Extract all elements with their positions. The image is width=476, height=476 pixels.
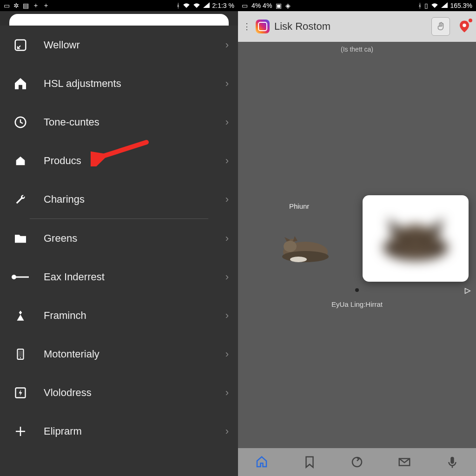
instagram-icon[interactable]: [256, 20, 270, 33]
svg-rect-5: [19, 350, 23, 357]
pager-next-button[interactable]: ▷: [465, 286, 470, 295]
plus-icon: [10, 421, 31, 442]
status-bar-left: ▭ ✲ ▤ ＋ ＋ ᚼ 2:1:3 %: [0, 0, 238, 11]
wrench-icon: [10, 189, 31, 210]
svg-point-8: [463, 24, 466, 27]
battery-percent: 2:1:3 %: [212, 2, 234, 9]
content-area: (Is thett ca) Phiunr: [238, 42, 476, 448]
status-bar-right: ▭ 4% 4% ▣ ◈ ᚼ ▯ 165.3%: [238, 0, 476, 11]
search-bar-peek: [9, 14, 229, 27]
menu-item-producs[interactable]: Producs ›: [0, 141, 238, 180]
pin-badge: [468, 18, 473, 23]
svg-rect-19: [450, 457, 454, 464]
wifi-icon: [183, 2, 190, 9]
menu-item-hsl[interactable]: HSL adjustments ›: [0, 64, 238, 103]
clock-icon: [10, 112, 31, 132]
bluetooth-icon: ᚼ: [418, 2, 422, 9]
frame-icon: [10, 35, 31, 55]
save-icon: ▭: [242, 2, 248, 9]
bolt-box-icon: [10, 383, 31, 403]
status-right-cluster: ᚼ ▯ 165.3%: [418, 2, 472, 9]
menu-label: Charings: [44, 193, 225, 205]
menu-item-wellowr[interactable]: Wellowr ›: [0, 26, 238, 64]
svg-point-16: [420, 237, 428, 243]
slider-icon: [10, 267, 31, 287]
status-left-icons: ▭ ✲ ▤ ＋ ＋: [4, 1, 49, 10]
wifi-icon: [431, 2, 438, 9]
phone-icon: [10, 344, 31, 364]
menu-item-greens[interactable]: Greens ›: [0, 219, 238, 258]
chevron-right-icon: ›: [225, 232, 229, 245]
vibrate-icon: ▯: [424, 2, 428, 9]
small-caption: Phiunr: [289, 202, 309, 210]
cat-small-image: [266, 223, 331, 265]
caption-text: EyUa Ling:Hirrat: [238, 300, 476, 308]
hand-button[interactable]: [431, 17, 450, 36]
menu-label: Eliprarm: [44, 425, 225, 437]
nav-bookmark-button[interactable]: [300, 453, 319, 471]
nav-home-button[interactable]: [252, 453, 271, 471]
blurred-cat-image: [378, 213, 453, 264]
menu-item-charings[interactable]: Charings ›: [0, 180, 238, 218]
menu-dots-icon[interactable]: ⋮: [243, 21, 251, 32]
chevron-right-icon: ›: [225, 310, 229, 322]
menu-item-tone[interactable]: Tone-cuntes ›: [0, 103, 238, 141]
svg-point-6: [20, 357, 21, 358]
svg-point-14: [395, 225, 436, 257]
svg-point-2: [12, 275, 16, 279]
chevron-right-icon: ›: [225, 387, 229, 399]
bottom-nav: [238, 448, 476, 476]
plus-icon: ＋: [33, 1, 39, 10]
menu-label: Framinch: [44, 310, 225, 322]
battery-percent: 165.3%: [450, 2, 472, 9]
menu-item-eliprarm[interactable]: Eliprarm ›: [0, 412, 238, 450]
menu-item-vlolo[interactable]: Vlolodress ›: [0, 373, 238, 412]
bluetooth-icon: ᚼ: [176, 2, 180, 9]
nav-refresh-button[interactable]: [348, 453, 366, 471]
chevron-right-icon: ›: [225, 271, 229, 283]
svg-point-15: [403, 237, 411, 243]
subtitle-text: (Is thett ca): [238, 46, 476, 53]
diamond-icon: ◈: [285, 2, 291, 9]
menu-label: HSL adjustments: [44, 78, 225, 90]
chevron-right-icon: ›: [225, 193, 229, 205]
home-icon: [10, 73, 31, 94]
folder-icon: [10, 228, 31, 249]
nav-mail-button[interactable]: [395, 453, 414, 471]
nav-mic-button[interactable]: [443, 453, 462, 471]
menu-label: Vlolodress: [44, 387, 225, 399]
wifi-icon-2: [193, 2, 200, 9]
location-pin-button[interactable]: [457, 20, 471, 33]
preview-card[interactable]: [363, 195, 469, 282]
chevron-right-icon: ›: [225, 425, 229, 437]
menu-label: Producs: [44, 155, 225, 167]
net-text: 4% 4%: [251, 2, 272, 9]
chevron-right-icon: ›: [225, 155, 229, 167]
menu-item-framinch[interactable]: Framinch ›: [0, 296, 238, 335]
battery-square-icon: ▣: [276, 2, 282, 9]
pager-dot-active: [355, 288, 359, 292]
chevron-right-icon: ›: [225, 116, 229, 128]
menu-label: Greens: [44, 232, 225, 245]
svg-point-11: [284, 241, 297, 252]
app-header: ⋮ Lisk Rostom: [238, 11, 476, 42]
dress-icon: [10, 305, 31, 326]
right-screenshot: ▭ 4% 4% ▣ ◈ ᚼ ▯ 165.3% ⋮ Lisk Rostom: [238, 0, 476, 476]
menu-item-moton[interactable]: Motonterialy ›: [0, 335, 238, 373]
menu-label: Tone-cuntes: [44, 116, 225, 128]
status-right-cluster: ᚼ 2:1:3 %: [176, 2, 234, 9]
menu-item-eax[interactable]: Eax Inderrest ›: [0, 258, 238, 296]
house-icon: [10, 151, 31, 171]
navigation-drawer: Wellowr › HSL adjustments › Tone-cuntes …: [0, 26, 238, 476]
pager: ▷: [238, 288, 476, 292]
signal-icon: [441, 2, 448, 9]
plus-icon-2: ＋: [43, 1, 49, 10]
id-icon: ▤: [23, 2, 29, 9]
svg-rect-0: [15, 40, 26, 50]
status-left-icons: ▭ 4% 4% ▣ ◈: [242, 2, 291, 9]
menu-label: Motonterialy: [44, 348, 225, 360]
svg-rect-3: [16, 276, 29, 278]
chevron-right-icon: ›: [225, 348, 229, 360]
app-title: Lisk Rostom: [274, 20, 331, 33]
save-icon: ▭: [4, 2, 10, 9]
